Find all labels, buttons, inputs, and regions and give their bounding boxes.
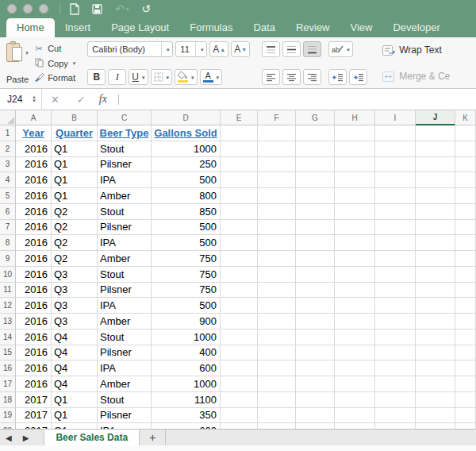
cell-G10[interactable]: [296, 267, 335, 283]
cell-I13[interactable]: [375, 314, 416, 330]
ribbon-tab-data[interactable]: Data: [243, 18, 285, 37]
cell-K15[interactable]: [455, 345, 476, 361]
cell-G3[interactable]: [296, 157, 335, 173]
ribbon-tab-page-layout[interactable]: Page Layout: [101, 18, 179, 37]
cell-I5[interactable]: [375, 188, 416, 204]
cell-J10[interactable]: [416, 267, 455, 283]
cell-K10[interactable]: [455, 267, 476, 283]
cell-H11[interactable]: [335, 283, 375, 299]
cell-G7[interactable]: [296, 220, 335, 236]
cell-H4[interactable]: [335, 172, 375, 188]
cell-J2[interactable]: [416, 141, 455, 157]
cell-J14[interactable]: [416, 330, 455, 345]
cell-H19[interactable]: [335, 408, 375, 424]
cell-B1[interactable]: Quarter: [52, 125, 98, 141]
row-header-13[interactable]: 13: [0, 314, 16, 330]
cell-I1[interactable]: [375, 125, 416, 141]
cell-K5[interactable]: [455, 188, 476, 204]
decrease-indent-button[interactable]: [328, 69, 347, 85]
cell-F3[interactable]: [258, 157, 296, 173]
cell-C10[interactable]: Stout: [98, 267, 152, 283]
cell-D3[interactable]: 250: [152, 157, 221, 173]
row-header-11[interactable]: 11: [0, 283, 16, 299]
column-header-C[interactable]: C: [98, 110, 152, 125]
cell-A4[interactable]: 2016: [16, 172, 52, 188]
cell-C5[interactable]: Amber: [98, 188, 152, 204]
cell-C13[interactable]: Amber: [98, 314, 152, 330]
cell-D7[interactable]: 500: [152, 220, 221, 236]
cell-C16[interactable]: IPA: [98, 360, 152, 376]
cell-B9[interactable]: Q2: [52, 251, 98, 267]
cell-I3[interactable]: [375, 157, 416, 173]
cell-G20[interactable]: [296, 423, 335, 429]
cell-C19[interactable]: Pilsner: [98, 408, 152, 424]
select-all-corner[interactable]: [0, 110, 16, 125]
cell-D10[interactable]: 750: [152, 267, 221, 283]
cell-D18[interactable]: 1100: [152, 392, 221, 408]
cell-A3[interactable]: 2016: [16, 157, 52, 173]
cell-E13[interactable]: [221, 314, 258, 330]
cell-H16[interactable]: [335, 360, 375, 376]
cell-F10[interactable]: [258, 267, 296, 283]
cell-I8[interactable]: [375, 235, 416, 251]
cell-J19[interactable]: [416, 408, 455, 424]
cell-D14[interactable]: 1000: [152, 330, 221, 345]
align-middle-button[interactable]: [282, 41, 301, 57]
cell-B19[interactable]: Q1: [52, 408, 98, 424]
font-name-select[interactable]: Calibri (Body) ▾: [87, 41, 173, 57]
align-left-button[interactable]: [262, 69, 280, 85]
cell-E20[interactable]: [221, 423, 258, 429]
cell-G8[interactable]: [296, 235, 335, 251]
cell-H14[interactable]: [335, 330, 375, 345]
stepper-down-icon[interactable]: ▼: [32, 99, 36, 103]
cell-B5[interactable]: Q1: [52, 188, 98, 204]
undo-dropdown-caret-icon[interactable]: ▾: [126, 6, 129, 12]
cell-K4[interactable]: [455, 172, 476, 188]
cell-A18[interactable]: 2017: [16, 392, 52, 408]
cell-J12[interactable]: [416, 298, 455, 314]
cell-B15[interactable]: Q4: [52, 345, 98, 361]
cell-I7[interactable]: [375, 220, 416, 236]
minimize-window-button[interactable]: [23, 4, 33, 13]
ribbon-tab-home[interactable]: Home: [6, 18, 55, 37]
cell-D8[interactable]: 500: [152, 235, 221, 251]
column-header-A[interactable]: A: [16, 110, 52, 125]
cell-J16[interactable]: [416, 360, 455, 376]
cell-C20[interactable]: IPA: [98, 423, 152, 429]
add-sheet-button[interactable]: +: [140, 430, 166, 445]
cell-C17[interactable]: Amber: [98, 376, 152, 392]
cell-D2[interactable]: 1000: [152, 141, 221, 157]
cell-F14[interactable]: [258, 330, 296, 345]
paste-button[interactable]: ▾ Paste: [5, 41, 30, 85]
cell-A8[interactable]: 2016: [16, 235, 52, 251]
cell-F4[interactable]: [258, 172, 296, 188]
row-header-7[interactable]: 7: [0, 220, 16, 236]
cell-I20[interactable]: [375, 423, 416, 429]
cell-H12[interactable]: [335, 298, 375, 314]
cell-F19[interactable]: [258, 408, 296, 424]
cell-J4[interactable]: [416, 172, 455, 188]
italic-button[interactable]: I: [108, 69, 126, 85]
close-window-button[interactable]: [7, 4, 17, 13]
cancel-entry-button[interactable]: ✕: [42, 94, 68, 106]
column-header-G[interactable]: G: [296, 110, 335, 125]
cell-A10[interactable]: 2016: [16, 267, 52, 283]
fill-color-button[interactable]: ▾: [175, 69, 198, 85]
cell-E5[interactable]: [221, 188, 258, 204]
column-header-D[interactable]: D: [152, 110, 221, 125]
cell-A11[interactable]: 2016: [16, 283, 52, 299]
cell-C2[interactable]: Stout: [98, 141, 152, 157]
ribbon-tab-view[interactable]: View: [340, 18, 383, 37]
row-header-20[interactable]: 20: [0, 423, 16, 429]
cell-G1[interactable]: [296, 125, 335, 141]
cell-B6[interactable]: Q2: [52, 204, 98, 220]
cell-C14[interactable]: Stout: [98, 330, 152, 345]
cell-C7[interactable]: Pilsner: [98, 220, 152, 236]
cell-G9[interactable]: [296, 251, 335, 267]
cell-B3[interactable]: Q1: [52, 157, 98, 173]
cell-K3[interactable]: [455, 157, 476, 173]
cell-J18[interactable]: [416, 392, 455, 408]
cell-E1[interactable]: [221, 125, 258, 141]
row-header-9[interactable]: 9: [0, 251, 16, 267]
column-header-K[interactable]: K: [455, 110, 476, 125]
